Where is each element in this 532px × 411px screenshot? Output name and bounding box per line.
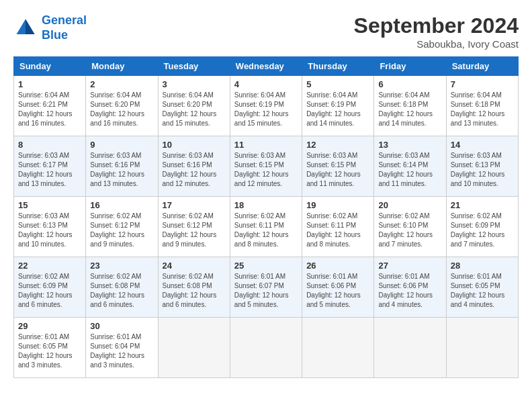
day-number: 26	[306, 261, 369, 271]
day-info: Sunrise: 6:04 AM Sunset: 6:20 PM Dayligh…	[163, 91, 226, 128]
day-info: Sunrise: 6:02 AM Sunset: 6:09 PM Dayligh…	[451, 212, 514, 249]
day-info: Sunrise: 6:01 AM Sunset: 6:05 PM Dayligh…	[18, 332, 81, 370]
table-row: 8 Sunrise: 6:03 AM Sunset: 6:17 PM Dayli…	[14, 136, 86, 197]
day-info: Sunrise: 6:03 AM Sunset: 6:13 PM Dayligh…	[18, 212, 81, 249]
day-number: 30	[90, 321, 153, 331]
logo: General Blue	[13, 13, 87, 42]
table-row: 5 Sunrise: 6:04 AM Sunset: 6:19 PM Dayli…	[302, 76, 374, 136]
day-number: 16	[90, 200, 153, 210]
calendar-row: 22 Sunrise: 6:02 AM Sunset: 6:09 PM Dayl…	[14, 257, 519, 318]
table-row: 3 Sunrise: 6:04 AM Sunset: 6:20 PM Dayli…	[158, 76, 230, 136]
day-info: Sunrise: 6:03 AM Sunset: 6:17 PM Dayligh…	[18, 151, 81, 189]
table-row	[302, 318, 374, 378]
svg-marker-1	[26, 19, 35, 34]
day-number: 10	[163, 140, 226, 150]
table-row: 26 Sunrise: 6:01 AM Sunset: 6:06 PM Dayl…	[302, 257, 374, 318]
day-number: 27	[378, 261, 441, 271]
day-number: 3	[163, 79, 226, 89]
day-number: 8	[18, 140, 81, 150]
table-row: 27 Sunrise: 6:01 AM Sunset: 6:06 PM Dayl…	[374, 257, 446, 318]
table-row: 18 Sunrise: 6:02 AM Sunset: 6:11 PM Dayl…	[230, 197, 302, 257]
table-row: 16 Sunrise: 6:02 AM Sunset: 6:12 PM Dayl…	[86, 197, 158, 257]
table-row	[230, 318, 302, 378]
table-row: 20 Sunrise: 6:02 AM Sunset: 6:10 PM Dayl…	[374, 197, 446, 257]
table-row	[374, 318, 446, 378]
weekday-header-row: Sunday Monday Tuesday Wednesday Thursday…	[14, 57, 519, 76]
table-row: 23 Sunrise: 6:02 AM Sunset: 6:08 PM Dayl…	[86, 257, 158, 318]
day-info: Sunrise: 6:02 AM Sunset: 6:09 PM Dayligh…	[18, 272, 81, 310]
day-number: 20	[378, 200, 441, 210]
header-thursday: Thursday	[302, 57, 374, 76]
day-number: 28	[451, 261, 514, 271]
day-info: Sunrise: 6:02 AM Sunset: 6:11 PM Dayligh…	[306, 212, 369, 249]
day-number: 25	[234, 261, 298, 271]
day-info: Sunrise: 6:04 AM Sunset: 6:18 PM Dayligh…	[378, 91, 441, 128]
table-row: 29 Sunrise: 6:01 AM Sunset: 6:05 PM Dayl…	[14, 318, 86, 378]
table-row: 17 Sunrise: 6:02 AM Sunset: 6:12 PM Dayl…	[158, 197, 230, 257]
table-row: 24 Sunrise: 6:02 AM Sunset: 6:08 PM Dayl…	[158, 257, 230, 318]
calendar-row: 8 Sunrise: 6:03 AM Sunset: 6:17 PM Dayli…	[14, 136, 519, 197]
logo-icon	[13, 16, 38, 40]
day-info: Sunrise: 6:04 AM Sunset: 6:18 PM Dayligh…	[451, 91, 514, 128]
day-info: Sunrise: 6:03 AM Sunset: 6:14 PM Dayligh…	[378, 151, 441, 189]
day-number: 17	[163, 200, 226, 210]
page-header: General Blue September 2024 Saboukba, Iv…	[13, 13, 519, 50]
table-row: 13 Sunrise: 6:03 AM Sunset: 6:14 PM Dayl…	[374, 136, 446, 197]
day-info: Sunrise: 6:01 AM Sunset: 6:04 PM Dayligh…	[90, 332, 153, 370]
logo-line2: Blue	[42, 28, 68, 42]
table-row: 12 Sunrise: 6:03 AM Sunset: 6:15 PM Dayl…	[302, 136, 374, 197]
header-tuesday: Tuesday	[158, 57, 230, 76]
day-number: 11	[234, 140, 298, 150]
table-row: 15 Sunrise: 6:03 AM Sunset: 6:13 PM Dayl…	[14, 197, 86, 257]
day-info: Sunrise: 6:04 AM Sunset: 6:21 PM Dayligh…	[18, 91, 81, 128]
day-info: Sunrise: 6:04 AM Sunset: 6:19 PM Dayligh…	[234, 91, 298, 128]
logo-line1: General	[42, 13, 87, 27]
day-info: Sunrise: 6:02 AM Sunset: 6:11 PM Dayligh…	[234, 212, 298, 249]
table-row: 19 Sunrise: 6:02 AM Sunset: 6:11 PM Dayl…	[302, 197, 374, 257]
table-row: 28 Sunrise: 6:01 AM Sunset: 6:05 PM Dayl…	[446, 257, 518, 318]
table-row: 10 Sunrise: 6:03 AM Sunset: 6:16 PM Dayl…	[158, 136, 230, 197]
day-info: Sunrise: 6:01 AM Sunset: 6:07 PM Dayligh…	[234, 272, 298, 310]
day-number: 15	[18, 200, 81, 210]
day-number: 29	[18, 321, 81, 331]
table-row: 9 Sunrise: 6:03 AM Sunset: 6:16 PM Dayli…	[86, 136, 158, 197]
day-info: Sunrise: 6:02 AM Sunset: 6:12 PM Dayligh…	[90, 212, 153, 249]
day-number: 4	[234, 79, 298, 89]
location: Saboukba, Ivory Coast	[354, 38, 519, 50]
day-number: 5	[306, 79, 369, 89]
table-row: 2 Sunrise: 6:04 AM Sunset: 6:20 PM Dayli…	[86, 76, 158, 136]
day-info: Sunrise: 6:03 AM Sunset: 6:15 PM Dayligh…	[306, 151, 369, 189]
day-info: Sunrise: 6:02 AM Sunset: 6:12 PM Dayligh…	[163, 212, 226, 249]
table-row: 22 Sunrise: 6:02 AM Sunset: 6:09 PM Dayl…	[14, 257, 86, 318]
day-number: 6	[378, 79, 441, 89]
header-friday: Friday	[374, 57, 446, 76]
table-row: 11 Sunrise: 6:03 AM Sunset: 6:15 PM Dayl…	[230, 136, 302, 197]
day-number: 7	[451, 79, 514, 89]
day-number: 23	[90, 261, 153, 271]
day-info: Sunrise: 6:02 AM Sunset: 6:08 PM Dayligh…	[163, 272, 226, 310]
day-info: Sunrise: 6:03 AM Sunset: 6:16 PM Dayligh…	[90, 151, 153, 189]
logo-text: General Blue	[42, 13, 87, 42]
day-number: 2	[90, 79, 153, 89]
calendar-row: 15 Sunrise: 6:03 AM Sunset: 6:13 PM Dayl…	[14, 197, 519, 257]
day-info: Sunrise: 6:03 AM Sunset: 6:13 PM Dayligh…	[451, 151, 514, 189]
day-info: Sunrise: 6:03 AM Sunset: 6:15 PM Dayligh…	[234, 151, 298, 189]
table-row: 6 Sunrise: 6:04 AM Sunset: 6:18 PM Dayli…	[374, 76, 446, 136]
table-row: 25 Sunrise: 6:01 AM Sunset: 6:07 PM Dayl…	[230, 257, 302, 318]
day-info: Sunrise: 6:01 AM Sunset: 6:06 PM Dayligh…	[306, 272, 369, 310]
table-row: 4 Sunrise: 6:04 AM Sunset: 6:19 PM Dayli…	[230, 76, 302, 136]
day-number: 21	[451, 200, 514, 210]
day-number: 9	[90, 140, 153, 150]
table-row: 1 Sunrise: 6:04 AM Sunset: 6:21 PM Dayli…	[14, 76, 86, 136]
day-info: Sunrise: 6:04 AM Sunset: 6:20 PM Dayligh…	[90, 91, 153, 128]
day-number: 1	[18, 79, 81, 89]
header-saturday: Saturday	[446, 57, 518, 76]
day-number: 13	[378, 140, 441, 150]
day-info: Sunrise: 6:02 AM Sunset: 6:08 PM Dayligh…	[90, 272, 153, 310]
title-block: September 2024 Saboukba, Ivory Coast	[354, 13, 519, 50]
day-info: Sunrise: 6:03 AM Sunset: 6:16 PM Dayligh…	[163, 151, 226, 189]
day-number: 18	[234, 200, 298, 210]
header-monday: Monday	[86, 57, 158, 76]
table-row	[158, 318, 230, 378]
day-info: Sunrise: 6:01 AM Sunset: 6:05 PM Dayligh…	[451, 272, 514, 310]
